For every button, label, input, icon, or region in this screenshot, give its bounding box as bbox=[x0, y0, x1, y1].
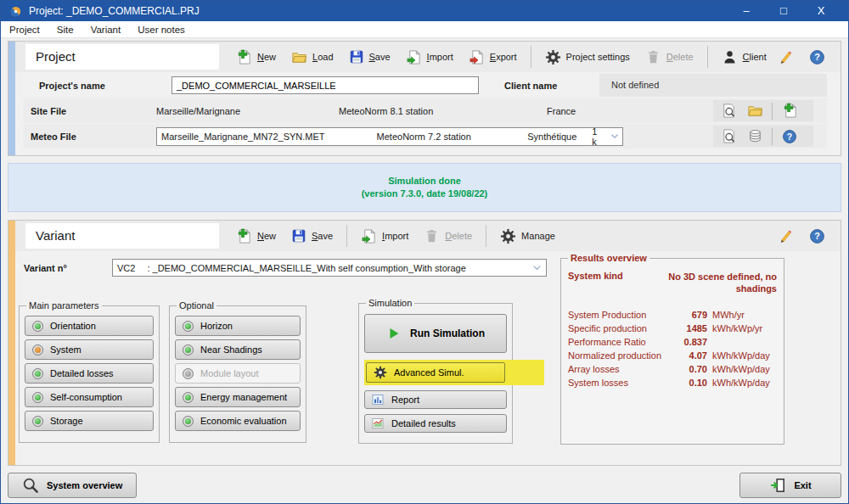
exit-label: Exit bbox=[794, 480, 811, 490]
energy-management-button[interactable]: Energy management bbox=[175, 387, 301, 407]
horizon-label: Horizon bbox=[200, 321, 233, 331]
horizon-button[interactable]: Horizon bbox=[175, 316, 301, 336]
meteo-file-label: Meteo File bbox=[31, 132, 156, 142]
orientation-label: Orientation bbox=[50, 321, 96, 331]
exit-button[interactable]: Exit bbox=[739, 473, 841, 498]
self-consumption-button[interactable]: Self-consumption bbox=[25, 387, 154, 407]
advanced-simulation-button[interactable]: Advanced Simul. bbox=[366, 362, 505, 383]
project-client-button[interactable]: Client bbox=[715, 47, 773, 68]
project-load-button[interactable]: Load bbox=[284, 47, 340, 68]
project-save-button[interactable]: Save bbox=[342, 47, 397, 67]
project-settings-button[interactable]: Project settings bbox=[538, 47, 637, 68]
meteo-file-combo[interactable]: Marseille_Marignane_MN72_SYN.MET MeteoNo… bbox=[156, 127, 623, 146]
simulation-title: Simulation bbox=[366, 298, 414, 308]
variant-select[interactable]: VC2 : _DEMO_COMMERCIAL_MARSEILLE_With se… bbox=[112, 259, 547, 277]
meteo-help-button[interactable] bbox=[779, 127, 801, 146]
economic-evaluation-button[interactable]: Economic evaluation bbox=[175, 411, 301, 431]
result-label: System losses bbox=[568, 378, 668, 388]
run-simulation-button[interactable]: Run Simulation bbox=[364, 314, 507, 353]
main-parameters-group: Main parameters Orientation System Detai… bbox=[19, 300, 160, 443]
advanced-simulation-label: Advanced Simul. bbox=[394, 367, 464, 378]
toolbar-separator bbox=[486, 225, 486, 247]
gear-icon bbox=[374, 366, 387, 379]
near-shadings-button[interactable]: Near Shadings bbox=[175, 339, 301, 360]
system-button[interactable]: System bbox=[25, 339, 154, 360]
project-accent-stripe bbox=[8, 42, 15, 155]
system-overview-button[interactable]: System overview bbox=[8, 473, 137, 498]
manage-label: Manage bbox=[521, 231, 555, 241]
results-overview-title: Results overview bbox=[568, 253, 649, 263]
project-name-input[interactable] bbox=[171, 76, 479, 94]
variant-save-button[interactable]: Save bbox=[284, 226, 340, 246]
variant-manage-button[interactable]: Manage bbox=[493, 226, 562, 247]
close-button[interactable]: X bbox=[802, 1, 840, 21]
toolbar-separator bbox=[707, 46, 708, 68]
menu-project[interactable]: Project bbox=[9, 25, 40, 35]
toolbar-separator bbox=[531, 46, 531, 68]
site-new-button[interactable] bbox=[779, 102, 801, 120]
edit-pencil-icon[interactable] bbox=[778, 49, 794, 65]
menu-variant[interactable]: Variant bbox=[91, 25, 121, 35]
help-icon bbox=[782, 129, 797, 144]
led-icon bbox=[183, 344, 194, 356]
result-unit: kWh/kWp/day bbox=[707, 350, 777, 361]
open-folder-icon bbox=[747, 103, 763, 119]
module-layout-button[interactable]: Module layout bbox=[175, 363, 301, 384]
result-label: Array losses bbox=[568, 364, 668, 374]
help-icon[interactable] bbox=[809, 49, 825, 65]
open-folder-icon bbox=[291, 49, 307, 65]
menu-user-notes[interactable]: User notes bbox=[138, 25, 185, 35]
minimize-button[interactable]: – bbox=[728, 1, 765, 21]
project-import-button[interactable]: Import bbox=[399, 47, 460, 68]
site-search-button[interactable] bbox=[717, 102, 739, 120]
variant-delete-button[interactable]: Delete bbox=[417, 226, 479, 247]
storage-button[interactable]: Storage bbox=[25, 411, 154, 431]
site-file-label: Site File bbox=[31, 106, 156, 116]
project-delete-button[interactable]: Delete bbox=[638, 47, 700, 68]
meteo-type: Synthétique bbox=[527, 132, 576, 142]
simulation-group: Simulation Run Simulation Advanced Simul… bbox=[358, 298, 513, 444]
system-overview-label: System overview bbox=[47, 480, 122, 490]
project-settings-label: Project settings bbox=[566, 52, 630, 62]
module-layout-label: Module layout bbox=[200, 368, 259, 378]
project-export-button[interactable]: Export bbox=[462, 47, 524, 68]
meteo-file-value: Marseille_Marignane_MN72_SYN.MET bbox=[161, 132, 377, 142]
variant-import-button[interactable]: Import bbox=[354, 226, 415, 247]
project-new-button[interactable]: New bbox=[229, 47, 283, 68]
trash-icon bbox=[424, 228, 440, 244]
variant-accent-stripe bbox=[8, 221, 15, 465]
help-icon[interactable] bbox=[809, 228, 825, 244]
result-label: Specific production bbox=[568, 323, 668, 333]
simulation-status-line2: (version 7.3.0, date 19/08/22) bbox=[362, 188, 488, 200]
chevron-down-icon[interactable] bbox=[609, 130, 621, 143]
orientation-button[interactable]: Orientation bbox=[25, 316, 154, 336]
run-simulation-label: Run Simulation bbox=[410, 328, 485, 339]
export-label: Export bbox=[490, 52, 517, 62]
detailed-results-button[interactable]: Detailed results bbox=[364, 414, 507, 433]
save-floppy-icon bbox=[291, 228, 306, 244]
maximize-button[interactable]: □ bbox=[765, 1, 802, 21]
chevron-down-icon[interactable] bbox=[531, 261, 543, 274]
edit-pencil-icon[interactable] bbox=[778, 228, 794, 244]
menu-site[interactable]: Site bbox=[57, 25, 74, 35]
system-label: System bbox=[50, 344, 82, 355]
report-button[interactable]: Report bbox=[364, 390, 507, 409]
gear-icon bbox=[500, 228, 516, 244]
led-icon bbox=[32, 416, 43, 427]
results-chart-icon bbox=[371, 417, 385, 430]
report-chart-icon bbox=[371, 393, 385, 406]
main-parameters-title: Main parameters bbox=[26, 300, 102, 311]
detailed-losses-button[interactable]: Detailed losses bbox=[25, 363, 154, 384]
variant-panel: Variant New Save Import Delete bbox=[8, 220, 841, 466]
import-page-icon bbox=[361, 228, 377, 244]
system-kind-value: No 3D scene defined, no shadings bbox=[649, 271, 777, 294]
title-bar: Project: _DEMO_COMMERCIAL.PRJ – □ X bbox=[1, 1, 848, 21]
economic-evaluation-label: Economic evaluation bbox=[200, 416, 287, 426]
new-page-icon bbox=[236, 49, 252, 65]
meteo-search-button[interactable] bbox=[717, 127, 739, 146]
variant-new-button[interactable]: New bbox=[229, 226, 283, 247]
site-file-row: Site File Marseille/Marignane MeteoNorm … bbox=[24, 98, 827, 123]
project-panel: Project New Load Save Import bbox=[8, 41, 841, 156]
meteo-database-button[interactable] bbox=[744, 127, 766, 146]
site-open-button[interactable] bbox=[744, 102, 766, 120]
